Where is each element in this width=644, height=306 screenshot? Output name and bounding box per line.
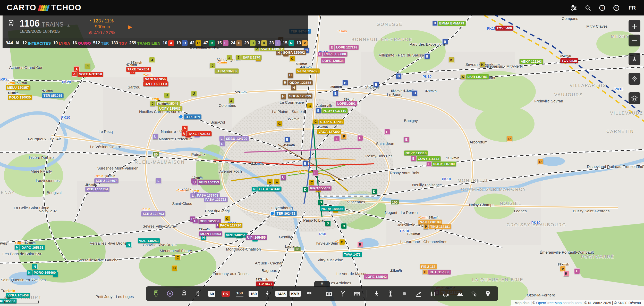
train-marker[interactable]: ELOPE 127298 <box>329 45 359 50</box>
line-count[interactable]: 42C <box>190 40 201 46</box>
train-line-badge[interactable]: D <box>325 221 331 226</box>
train-line-badge[interactable]: J <box>85 63 90 69</box>
train-marker[interactable]: 47km/hTAXE TAXE51 <box>126 63 151 72</box>
train-marker[interactable]: JEAPE 1370 <box>236 55 261 60</box>
line-count[interactable]: 3K <box>258 40 267 46</box>
tram-icon[interactable] <box>150 288 162 299</box>
train-type-count[interactable]: 133TGV <box>111 41 127 45</box>
dot-icon[interactable] <box>399 288 410 299</box>
train-line-badge[interactable]: J <box>226 55 232 61</box>
train-marker[interactable]: 192km/hTGV 8477 <box>256 278 274 286</box>
train-marker[interactable]: +2min77km/hMELU 130857 <box>6 81 30 90</box>
train-line-badge[interactable]: D <box>318 199 324 205</box>
train-marker[interactable]: +1minLPASA 133708 <box>190 189 219 198</box>
toolbar-collapse-tab[interactable]: ∨ <box>314 281 330 287</box>
train-marker[interactable]: ANOTE NOTE58 <box>72 71 103 77</box>
info-icon[interactable]: i <box>599 4 606 11</box>
train-marker[interactable]: RIPO 155462 <box>309 186 332 191</box>
train-marker[interactable]: TGV 5460 <box>495 26 513 31</box>
train-marker[interactable]: HODDA 123555 <box>283 80 313 85</box>
catenary-icon[interactable] <box>261 288 273 299</box>
search-icon[interactable] <box>584 4 591 11</box>
viaduct-icon[interactable] <box>351 288 363 299</box>
train-marker[interactable]: UDEFI 165358 <box>193 219 221 224</box>
locate-button[interactable] <box>629 73 640 85</box>
train-marker[interactable]: +1minSEBU 134703 <box>141 207 165 216</box>
train-marker[interactable]: EROPE 155880 <box>317 52 347 57</box>
train-type-count[interactable]: 10LYRIA <box>53 41 70 45</box>
train-line-badge[interactable]: J <box>210 63 215 69</box>
train-icon[interactable] <box>178 288 190 299</box>
train-line-badge[interactable]: J <box>228 98 234 103</box>
train-type-count[interactable]: 259TRANSILIEN <box>129 41 160 45</box>
train-marker[interactable]: LSEBU 134709 <box>219 136 249 141</box>
train-line-badge[interactable]: P <box>538 159 543 165</box>
train-line-badge[interactable]: R <box>563 271 569 276</box>
train-marker[interactable]: NPORO 165460 <box>27 270 57 275</box>
profile-icon[interactable] <box>426 288 438 299</box>
train-line-badge[interactable]: E <box>404 137 409 142</box>
train-marker[interactable]: LOPE 128542 <box>364 274 388 279</box>
train-line-badge[interactable]: C <box>267 179 273 184</box>
train-marker[interactable]: TOCA 136059 <box>215 69 239 74</box>
station-platform-icon[interactable] <box>323 288 335 299</box>
train-line-badge[interactable]: E <box>574 268 580 274</box>
help-icon[interactable]: ? <box>613 4 620 11</box>
mountain-icon[interactable] <box>454 288 466 299</box>
kvb-badge[interactable]: KVB <box>289 288 301 299</box>
play-icon[interactable]: ▶ <box>128 24 132 30</box>
train-line-badge[interactable]: K <box>449 57 454 63</box>
train-line-badge[interactable]: C <box>274 179 280 184</box>
train-marker[interactable]: KLIUR LIUR81 <box>460 74 489 79</box>
train-marker[interactable]: +1min80km/hNDAPO 165851 <box>15 241 45 250</box>
line-count[interactable]: 10A <box>163 40 174 46</box>
train-line-badge[interactable]: B <box>284 137 290 142</box>
train-line-badge[interactable]: P <box>507 136 512 142</box>
train-marker[interactable]: UIPI 165455 <box>246 235 267 240</box>
train-type-count[interactable]: 12INTERCITES <box>22 41 51 45</box>
train-line-badge[interactable]: B <box>342 80 348 86</box>
train-line-badge[interactable]: C <box>339 239 345 245</box>
train-line-badge[interactable]: H <box>291 85 296 90</box>
train-marker[interactable]: ENOCY 116180 <box>426 162 456 167</box>
train-line-badge[interactable]: C <box>225 216 230 222</box>
train-marker[interactable]: NORA 148556 <box>320 206 345 211</box>
train-line-badge[interactable]: B <box>442 39 448 44</box>
train-line-badge[interactable]: C <box>175 254 181 260</box>
train-marker[interactable]: +1minNANI NANI56 <box>143 73 167 82</box>
line-count[interactable]: 13P <box>296 40 308 46</box>
google-pin-icon[interactable] <box>482 288 494 299</box>
pedestrian-icon[interactable] <box>371 288 383 299</box>
antenna-icon[interactable] <box>385 288 396 299</box>
line-count[interactable]: 23L <box>269 40 281 46</box>
train-marker[interactable]: CSTOP STOP08 <box>313 119 344 124</box>
zoom-out-button[interactable]: − <box>629 35 640 46</box>
language-button[interactable]: FR <box>627 4 637 11</box>
train-marker[interactable]: AEKY 121163 <box>519 59 543 64</box>
train-marker[interactable]: PASA 133722 <box>204 197 228 202</box>
train-marker[interactable]: PACA 127720 <box>219 223 242 228</box>
train-line-badge[interactable]: B <box>373 82 379 87</box>
train-type-count[interactable]: 512TER <box>93 41 109 45</box>
train-line-badge[interactable]: B <box>302 160 308 166</box>
train-marker[interactable]: 36km/hPEBU 134714 <box>85 183 109 192</box>
gradient-icon[interactable] <box>412 288 424 299</box>
train-marker[interactable]: BPGUY PGUY10 <box>316 108 348 113</box>
train-line-badge[interactable]: E <box>334 136 340 142</box>
train-line-badge[interactable]: H <box>281 94 286 99</box>
train-line-badge[interactable]: B <box>396 73 402 79</box>
train-line-badge[interactable]: U <box>281 175 286 180</box>
train-line-badge[interactable]: E <box>313 170 318 176</box>
train-line-badge[interactable]: L <box>152 134 158 139</box>
train-line-badge[interactable]: C <box>277 121 282 126</box>
switch-icon[interactable] <box>337 288 349 299</box>
collapse-arrow-icon[interactable]: ▲ <box>66 23 70 27</box>
line-count[interactable]: 19B <box>176 40 188 46</box>
train-marker[interactable]: SOGA 125099 <box>288 94 312 99</box>
speed-60-badge[interactable]: 60 <box>206 288 218 299</box>
train-line-badge[interactable]: P <box>341 134 347 139</box>
train-marker[interactable]: TER 3129 <box>179 115 201 119</box>
train-marker[interactable]: VIZE 148253 <box>138 238 160 243</box>
line-count[interactable]: 29J <box>244 40 256 46</box>
train-marker[interactable]: 58km/hPOLO 130930 <box>8 91 32 100</box>
